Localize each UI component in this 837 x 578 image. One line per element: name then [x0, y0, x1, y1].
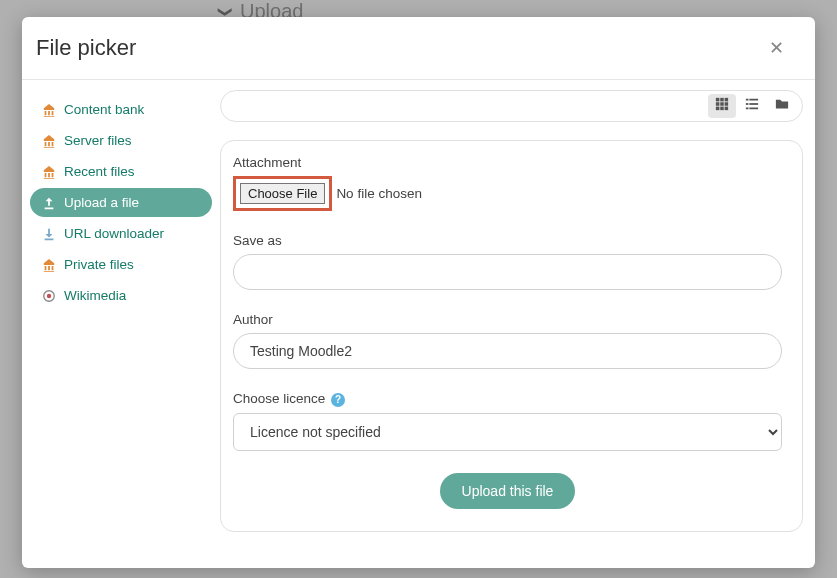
sidebar-item-label: Recent files: [64, 164, 135, 179]
close-button[interactable]: ✕: [763, 35, 790, 61]
close-icon: ✕: [769, 38, 784, 58]
svg-rect-9: [720, 107, 724, 111]
sidebar-item-content-bank[interactable]: Content bank: [30, 95, 212, 124]
author-input[interactable]: [233, 333, 782, 369]
sidebar-item-label: Server files: [64, 133, 132, 148]
file-picker-modal: File picker ✕ Content bank Server files: [22, 17, 815, 568]
bank-icon: [42, 103, 56, 117]
sidebar-item-recent-files[interactable]: Recent files: [30, 157, 212, 186]
view-icons-button[interactable]: [708, 94, 736, 118]
licence-label-text: Choose licence: [233, 391, 325, 406]
sidebar-item-label: Private files: [64, 257, 134, 272]
svg-rect-13: [746, 103, 749, 105]
svg-rect-3: [720, 98, 724, 102]
svg-rect-15: [746, 108, 749, 110]
svg-rect-4: [725, 98, 729, 102]
svg-rect-6: [720, 102, 724, 106]
svg-rect-8: [716, 107, 720, 111]
download-icon: [42, 227, 56, 241]
svg-rect-10: [725, 107, 729, 111]
svg-rect-2: [716, 98, 720, 102]
sidebar-item-private-files[interactable]: Private files: [30, 250, 212, 279]
view-tree-button[interactable]: [768, 94, 796, 118]
sidebar-item-server-files[interactable]: Server files: [30, 126, 212, 155]
sidebar-item-url-downloader[interactable]: URL downloader: [30, 219, 212, 248]
svg-rect-14: [749, 103, 758, 105]
help-icon[interactable]: ?: [331, 393, 345, 407]
sidebar-item-wikimedia[interactable]: Wikimedia: [30, 281, 212, 310]
folder-icon: [775, 97, 789, 115]
server-icon: [42, 134, 56, 148]
upload-this-file-button[interactable]: Upload this file: [440, 473, 576, 509]
choose-file-button[interactable]: Choose File: [240, 183, 325, 204]
svg-rect-16: [749, 108, 758, 110]
sidebar-item-label: URL downloader: [64, 226, 164, 241]
grid-icon: [715, 97, 729, 115]
svg-rect-5: [716, 102, 720, 106]
licence-select[interactable]: Licence not specified: [233, 413, 782, 451]
repository-sidebar: Content bank Server files Recent files U…: [22, 80, 212, 568]
recent-icon: [42, 165, 56, 179]
attachment-label: Attachment: [233, 155, 782, 170]
private-icon: [42, 258, 56, 272]
upload-icon: [42, 196, 56, 210]
upload-form: Attachment Choose File No file chosen Sa…: [220, 140, 803, 532]
saveas-label: Save as: [233, 233, 782, 248]
modal-title: File picker: [36, 35, 136, 61]
chevron-down-icon: ❯: [218, 6, 234, 18]
sidebar-item-upload-file[interactable]: Upload a file: [30, 188, 212, 217]
view-list-button[interactable]: [738, 94, 766, 118]
view-toolbar: [220, 90, 803, 122]
licence-label: Choose licence ?: [233, 391, 782, 407]
author-label: Author: [233, 312, 782, 327]
svg-rect-11: [746, 99, 749, 101]
sidebar-item-label: Wikimedia: [64, 288, 126, 303]
svg-rect-7: [725, 102, 729, 106]
sidebar-item-label: Content bank: [64, 102, 144, 117]
list-icon: [745, 97, 759, 115]
no-file-chosen-text: No file chosen: [336, 186, 422, 201]
modal-header: File picker ✕: [22, 17, 815, 80]
svg-rect-12: [749, 99, 758, 101]
wikimedia-icon: [42, 289, 56, 303]
sidebar-item-label: Upload a file: [64, 195, 139, 210]
main-panel: Attachment Choose File No file chosen Sa…: [212, 80, 815, 568]
choose-file-highlight: Choose File: [233, 176, 332, 211]
saveas-input[interactable]: [233, 254, 782, 290]
svg-point-1: [47, 293, 51, 297]
